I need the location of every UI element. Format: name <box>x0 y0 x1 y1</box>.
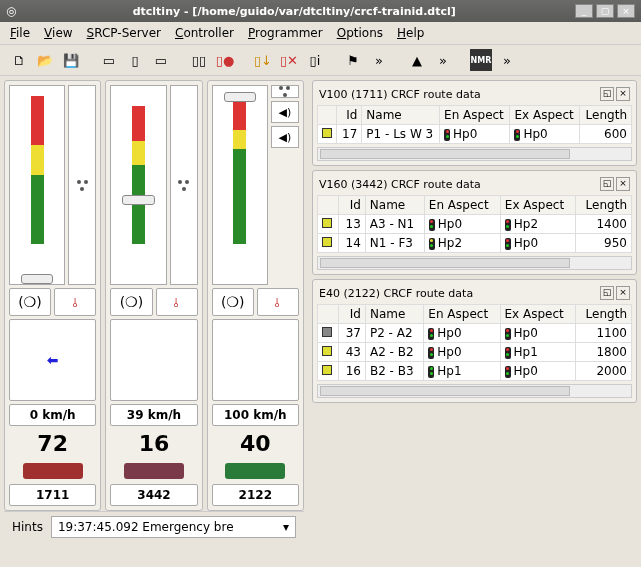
direction-button[interactable]: ⬅ <box>9 319 96 401</box>
throttle-number: 72 <box>9 429 96 458</box>
direction-button[interactable] <box>212 319 299 401</box>
menu-help[interactable]: Help <box>397 26 424 40</box>
ctrl-del-icon[interactable]: ▯✕ <box>278 49 300 71</box>
status-square <box>322 327 332 337</box>
nmr-icon[interactable]: NMR <box>470 49 492 71</box>
table-row[interactable]: 43A2 - B2 Hp0 Hp1 1800 <box>318 343 632 362</box>
direction-button[interactable] <box>110 319 197 401</box>
loco-address: 1711 <box>9 484 96 506</box>
signal-icon <box>429 219 435 231</box>
log-field[interactable]: 19:37:45.092 Emergency bre ▾ <box>51 516 296 538</box>
headlight-button[interactable]: (❍) <box>110 288 152 316</box>
close-panel-button[interactable]: × <box>616 286 630 300</box>
close-button[interactable]: × <box>617 4 635 18</box>
menu-programmer[interactable]: Programmer <box>248 26 323 40</box>
table-row[interactable]: 16B2 - B3 Hp1 Hp0 2000 <box>318 362 632 381</box>
headlight-button[interactable]: (❍) <box>212 288 254 316</box>
slider-handle[interactable] <box>122 195 155 205</box>
route-title: V160 (3442) CRCF route data <box>319 178 598 191</box>
col-header[interactable]: Length <box>576 196 632 215</box>
more1-icon[interactable]: » <box>368 49 390 71</box>
speed-display: 39 km/h <box>110 404 197 426</box>
menu-controller[interactable]: Controller <box>175 26 234 40</box>
close-panel-button[interactable]: × <box>616 177 630 191</box>
route-table: IdNameEn AspectEx AspectLength 37P2 - A2… <box>317 304 632 381</box>
col-header[interactable] <box>318 305 339 324</box>
loco-image <box>110 461 197 481</box>
col-header[interactable]: Length <box>576 305 632 324</box>
signal-icon <box>428 366 434 378</box>
col-header[interactable]: Ex Aspect <box>500 196 575 215</box>
dots-icon[interactable] <box>68 85 96 285</box>
table-row[interactable]: 17P1 - Ls W 3 Hp0 Hp0 600 <box>318 125 632 144</box>
status-square <box>322 128 332 138</box>
col-header[interactable]: Name <box>365 305 423 324</box>
detach-button[interactable]: ◱ <box>600 177 614 191</box>
ctrl-info-icon[interactable]: ▯i <box>304 49 326 71</box>
h-scrollbar[interactable] <box>317 147 632 161</box>
menu-file[interactable]: File <box>10 26 30 40</box>
ctrl-down-icon[interactable]: ▯↓ <box>252 49 274 71</box>
table-row[interactable]: 37P2 - A2 Hp0 Hp0 1100 <box>318 324 632 343</box>
close-panel-button[interactable]: × <box>616 87 630 101</box>
slider-handle[interactable] <box>21 274 54 284</box>
col-header[interactable]: Ex Aspect <box>510 106 580 125</box>
coupler-button[interactable]: ⫰ <box>257 288 299 316</box>
layout3-icon[interactable]: ▭ <box>150 49 172 71</box>
detach-button[interactable]: ◱ <box>600 286 614 300</box>
speaker-icon[interactable]: ◀) <box>271 126 299 148</box>
headlight-button[interactable]: (❍) <box>9 288 51 316</box>
coupler-button[interactable]: ⫰ <box>54 288 96 316</box>
throttle-number: 16 <box>110 429 197 458</box>
col-header[interactable]: Id <box>337 106 362 125</box>
speaker-icon[interactable]: ◀) <box>271 101 299 123</box>
speed-slider[interactable] <box>9 85 65 285</box>
minimize-button[interactable]: _ <box>575 4 593 18</box>
dropdown-icon[interactable]: ▾ <box>283 520 289 534</box>
table-row[interactable]: 14N1 - F3 Hp2 Hp0 950 <box>318 234 632 253</box>
ctrl1-icon[interactable]: ▯▯ <box>188 49 210 71</box>
col-header[interactable]: Ex Aspect <box>500 305 576 324</box>
col-header[interactable]: Id <box>339 305 366 324</box>
speed-slider[interactable] <box>110 85 166 285</box>
menu-options[interactable]: Options <box>337 26 383 40</box>
more3-icon[interactable]: » <box>496 49 518 71</box>
open-icon[interactable]: 📂 <box>34 49 56 71</box>
h-scrollbar[interactable] <box>317 256 632 270</box>
signal-icon <box>505 347 511 359</box>
layout1-icon[interactable]: ▭ <box>98 49 120 71</box>
route-table: IdNameEn AspectEx AspectLength 17P1 - Ls… <box>317 105 632 144</box>
col-header[interactable] <box>318 106 337 125</box>
col-header[interactable]: Id <box>338 196 365 215</box>
col-header[interactable]: En Aspect <box>424 196 500 215</box>
col-header[interactable]: Name <box>362 106 440 125</box>
layout2-icon[interactable]: ▯ <box>124 49 146 71</box>
col-header[interactable]: En Aspect <box>424 305 500 324</box>
save-icon[interactable]: 💾 <box>60 49 82 71</box>
route-panel: V100 (1711) CRCF route data ◱ × IdNameEn… <box>312 80 637 166</box>
ctrl-stop-icon[interactable]: ▯● <box>214 49 236 71</box>
statusbar: Hints 19:37:45.092 Emergency bre ▾ <box>4 511 304 542</box>
menu-view[interactable]: View <box>44 26 72 40</box>
col-header[interactable]: Name <box>365 196 424 215</box>
slider-handle[interactable] <box>224 92 257 102</box>
table-row[interactable]: 13A3 - N1 Hp0 Hp2 1400 <box>318 215 632 234</box>
signal-icon[interactable]: ⚑ <box>342 49 364 71</box>
new-icon[interactable]: 🗋 <box>8 49 30 71</box>
throttle-panel: (❍) ⫰ ⬅ 0 km/h 72 1711 <box>4 80 101 511</box>
col-header[interactable] <box>318 196 339 215</box>
h-scrollbar[interactable] <box>317 384 632 398</box>
dots-icon[interactable] <box>170 85 198 285</box>
col-header[interactable]: En Aspect <box>440 106 510 125</box>
detach-button[interactable]: ◱ <box>600 87 614 101</box>
menu-srcp[interactable]: SRCP-Server <box>87 26 161 40</box>
speed-slider[interactable] <box>212 85 268 285</box>
maximize-button[interactable]: ▢ <box>596 4 614 18</box>
coupler-button[interactable]: ⫰ <box>156 288 198 316</box>
dots-icon[interactable] <box>271 85 299 98</box>
signal-icon <box>429 238 435 250</box>
more2-icon[interactable]: » <box>432 49 454 71</box>
col-header[interactable]: Length <box>580 106 632 125</box>
route-table: IdNameEn AspectEx AspectLength 13A3 - N1… <box>317 195 632 253</box>
train-icon[interactable]: ▲ <box>406 49 428 71</box>
